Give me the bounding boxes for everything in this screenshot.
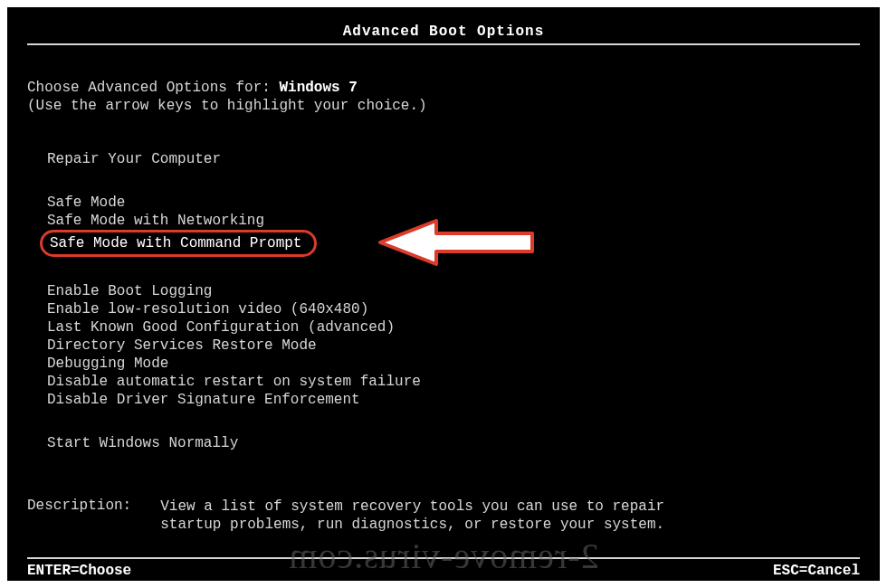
- menu-item-disable-auto-restart[interactable]: Disable automatic restart on system fail…: [47, 373, 860, 391]
- choose-line: Choose Advanced Options for: Windows 7: [27, 80, 860, 96]
- description-row: Description: View a list of system recov…: [27, 498, 860, 534]
- footer-bar: ENTER=Choose ESC=Cancel: [27, 557, 860, 579]
- menu-item-safe-mode-networking[interactable]: Safe Mode with Networking: [47, 212, 860, 230]
- title-bar: Advanced Boot Options: [27, 24, 860, 45]
- menu-item-debugging-mode[interactable]: Debugging Mode: [47, 355, 860, 373]
- boot-menu[interactable]: Repair Your Computer Safe Mode Safe Mode…: [47, 150, 860, 452]
- boot-options-screen: Advanced Boot Options Choose Advanced Op…: [7, 7, 880, 581]
- menu-group: Repair Your Computer: [47, 150, 860, 168]
- footer-esc: ESC=Cancel: [773, 563, 860, 579]
- page-title: Advanced Boot Options: [343, 24, 545, 40]
- footer-enter: ENTER=Choose: [27, 563, 131, 579]
- menu-item-low-res-video[interactable]: Enable low-resolution video (640x480): [47, 300, 860, 318]
- highlight-annotation: Safe Mode with Command Prompt: [40, 230, 317, 257]
- description-text: View a list of system recovery tools you…: [160, 498, 667, 534]
- arrow-key-hint: (Use the arrow keys to highlight your ch…: [27, 98, 860, 114]
- menu-item-last-known-good[interactable]: Last Known Good Configuration (advanced): [47, 318, 860, 337]
- description-label: Description:: [27, 498, 131, 534]
- menu-item-safe-mode-command-prompt[interactable]: Safe Mode with Command Prompt: [47, 230, 860, 257]
- menu-item-safe-mode[interactable]: Safe Mode: [47, 194, 860, 212]
- menu-item-ds-restore-mode[interactable]: Directory Services Restore Mode: [47, 337, 860, 355]
- choose-prefix: Choose Advanced Options for:: [27, 80, 279, 96]
- os-name: Windows 7: [279, 80, 357, 96]
- menu-group: Start Windows Normally: [47, 434, 860, 452]
- menu-group: Safe Mode Safe Mode with Networking Safe…: [47, 194, 860, 257]
- menu-item-enable-boot-logging[interactable]: Enable Boot Logging: [47, 282, 860, 300]
- menu-group: Enable Boot Logging Enable low-resolutio…: [47, 282, 860, 409]
- menu-item-repair-your-computer[interactable]: Repair Your Computer: [47, 150, 860, 168]
- menu-item-disable-driver-sig[interactable]: Disable Driver Signature Enforcement: [47, 391, 860, 409]
- menu-item-start-normally[interactable]: Start Windows Normally: [47, 434, 860, 452]
